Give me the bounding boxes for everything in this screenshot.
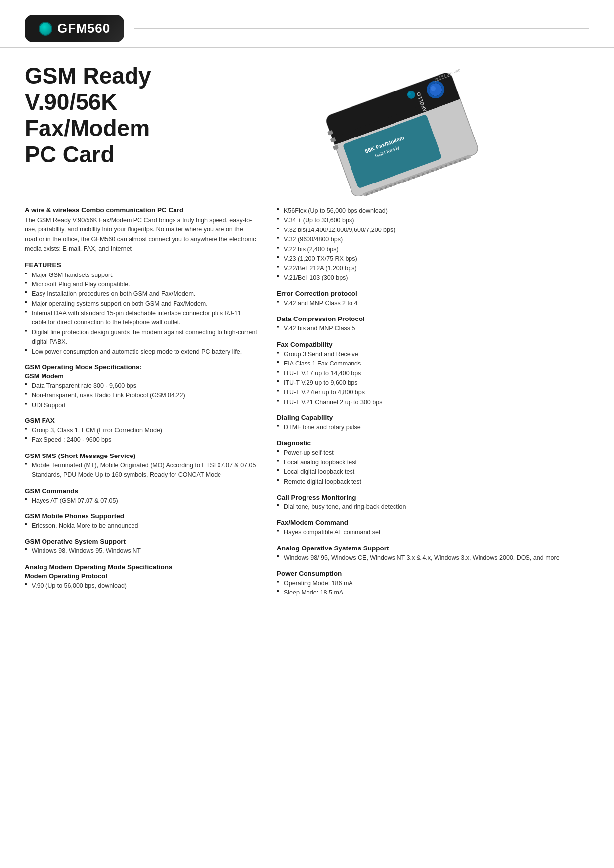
list-item: UDI Support [25, 401, 257, 410]
power-section: Power Consumption Operating Mode: 186 mA… [277, 570, 589, 598]
analog-specs-list: V.90 (Up to 56,000 bps, download) [25, 581, 257, 591]
logo-dot-icon [39, 22, 52, 36]
gsm-commands-title: GSM Commands [25, 487, 257, 495]
list-item: V.90 (Up to 56,000 bps, download) [25, 581, 257, 591]
list-item: Hayes AT (GSM 07.07 & 07.05) [25, 496, 257, 505]
power-title: Power Consumption [277, 570, 589, 577]
gsm-phones-list: Ericsson, Nokia More to be announced [25, 521, 257, 531]
list-item: Microsoft Plug and Play compatible. [25, 280, 257, 289]
gsm-os-section: GSM Operative System Support Windows 98,… [25, 538, 257, 556]
product-image-area: 56K Fax/Modem GSM Ready APOLLO INSERT TH… [208, 63, 589, 196]
list-item: V.42 and MNP Class 2 to 4 [277, 299, 589, 308]
list-item: Sleep Mode: 18.5 mA [277, 588, 589, 597]
list-item: V.32 bis(14,400/12,000/9,600/7,200 bps) [277, 226, 589, 235]
list-item: DTMF tone and rotary pulse [277, 423, 589, 432]
top-section: GSM Ready V.90/56K Fax/Modem PC Card 56K… [0, 48, 614, 196]
list-item: Mobile Terminated (MT), Mobile Originate… [25, 461, 257, 480]
intro-title: A wire & wireless Combo communication PC… [25, 206, 257, 214]
gsm-operating-list: Data Transparent rate 300 - 9,600 bps No… [25, 381, 257, 410]
modem-protocol-list: K56Flex (Up to 56,000 bps download) V.34… [277, 206, 589, 283]
modem-protocol-right-section: K56Flex (Up to 56,000 bps download) V.34… [277, 206, 589, 283]
list-item: Major GSM handsets support. [25, 271, 257, 280]
spec-right-column: K56Flex (Up to 56,000 bps download) V.34… [277, 206, 589, 605]
gsm-modem-subtitle: GSM Modem [25, 372, 257, 380]
list-item: V.23 (1,200 TX/75 RX bps) [277, 254, 589, 264]
list-item: V.34 + (Up to 33,600 bps) [277, 216, 589, 225]
gsm-fax-section: GSM FAX Group 3, Class 1, ECM (Error Cor… [25, 417, 257, 445]
call-progress-section: Call Progress Monitoring Dial tone, busy… [277, 494, 589, 512]
logo-box: GFM560 [25, 15, 124, 42]
dialing-title: Dialing Capability [277, 414, 589, 421]
error-correction-title: Error Correction protocol [277, 290, 589, 297]
diagnostic-list: Power-up self-test Local analog loopback… [277, 448, 589, 487]
list-item: Operating Mode: 186 mA [277, 579, 589, 588]
list-item: V.21/Bell 103 (300 bps) [277, 274, 589, 283]
analog-os-section: Analog Operative Systems Support Windows… [277, 545, 589, 563]
gsm-os-list: Windows 98, Windows 95, Windows NT [25, 547, 257, 556]
product-title: GSM Ready V.90/56K Fax/Modem PC Card [25, 63, 198, 168]
list-item: Group 3 Send and Receive [277, 350, 589, 359]
call-progress-list: Dial tone, busy tone, and ring-back dete… [277, 503, 589, 512]
gsm-os-title: GSM Operative System Support [25, 538, 257, 545]
list-item: Hayes compatible AT command set [277, 528, 589, 537]
gsm-sms-section: GSM SMS (Short Message Service) Mobile T… [25, 452, 257, 480]
analog-os-title: Analog Operative Systems Support [277, 545, 589, 552]
list-item: V.22/Bell 212A (1,200 bps) [277, 264, 589, 273]
dialing-section: Dialing Capability DTMF tone and rotary … [277, 414, 589, 432]
fax-modem-cmd-section: Fax/Modem Command Hayes compatible AT co… [277, 519, 589, 537]
fax-compat-title: Fax Compatibility [277, 341, 589, 348]
gsm-operating-title: GSM Operating Mode Specifications: [25, 364, 257, 371]
list-item: Data Transparent rate 300 - 9,600 bps [25, 381, 257, 391]
power-list: Operating Mode: 186 mA Sleep Mode: 18.5 … [277, 579, 589, 598]
fax-compat-list: Group 3 Send and Receive EIA Class 1 Fax… [277, 350, 589, 407]
fax-modem-cmd-title: Fax/Modem Command [277, 519, 589, 526]
list-item: Group 3, Class 1, ECM (Error Correction … [25, 426, 257, 435]
dialing-list: DTMF tone and rotary pulse [277, 423, 589, 432]
features-list: Major GSM handsets support. Microsoft Pl… [25, 271, 257, 357]
gsm-commands-list: Hayes AT (GSM 07.07 & 07.05) [25, 496, 257, 505]
list-item: Local digital loopback test [277, 467, 589, 477]
list-item: ITU-T V.17 up to 14,400 bps [277, 369, 589, 378]
list-item: K56Flex (Up to 56,000 bps download) [277, 206, 589, 216]
data-compression-section: Data Compression Protocol V.42 bis and M… [277, 315, 589, 333]
gsm-phones-title: GSM Mobile Phones Supported [25, 512, 257, 520]
list-item: Dial tone, busy tone, and ring-back dete… [277, 503, 589, 512]
product-image: 56K Fax/Modem GSM Ready APOLLO INSERT TH… [305, 68, 492, 196]
product-title-block: GSM Ready V.90/56K Fax/Modem PC Card [25, 63, 198, 168]
gsm-phones-section: GSM Mobile Phones Supported Ericsson, No… [25, 512, 257, 531]
analog-specs-title: Analog Modem Operating Mode Specificatio… [25, 563, 257, 571]
analog-os-list: Windows 98/ 95, Windows CE, Windows NT 3… [277, 553, 589, 563]
gsm-sms-list: Mobile Terminated (MT), Mobile Originate… [25, 461, 257, 480]
analog-specs-subtitle: Modem Operating Protocol [25, 572, 257, 580]
error-correction-section: Error Correction protocol V.42 and MNP C… [277, 290, 589, 308]
list-item: Non-transparent, uses Radio Link Protoco… [25, 391, 257, 400]
list-item: Ericsson, Nokia More to be announced [25, 521, 257, 531]
list-item: Local analog loopback test [277, 458, 589, 467]
logo-text: GFM560 [57, 21, 110, 36]
header: GFM560 [0, 0, 614, 48]
list-item: ITU-T V.29 up to 9,600 bps [277, 378, 589, 388]
list-item: Internal DAA with standard 15-pin detach… [25, 309, 257, 328]
intro-text: The GSM Ready V.90/56K Fax/Modem PC Card… [25, 216, 257, 254]
list-item: V.32 (9600/4800 bps) [277, 235, 589, 244]
list-item: Low power consumption and automatic slee… [25, 347, 257, 357]
fax-compat-section: Fax Compatibility Group 3 Send and Recei… [277, 341, 589, 407]
list-item: Easy Installation procedures on both GSM… [25, 289, 257, 299]
list-item: Windows 98/ 95, Windows CE, Windows NT 3… [277, 553, 589, 563]
features-section: FEATURES Major GSM handsets support. Mic… [25, 261, 257, 357]
list-item: ITU-T V.21 Channel 2 up to 300 bps [277, 398, 589, 407]
list-item: Power-up self-test [277, 448, 589, 457]
data-compression-title: Data Compression Protocol [277, 315, 589, 322]
gsm-commands-section: GSM Commands Hayes AT (GSM 07.07 & 07.05… [25, 487, 257, 505]
list-item: Major operating systems support on both … [25, 299, 257, 309]
list-item: Digital line protection design guards th… [25, 328, 257, 347]
diagnostic-title: Diagnostic [277, 439, 589, 447]
list-item: Fax Speed : 2400 - 9600 bps [25, 435, 257, 445]
analog-specs-section: Analog Modem Operating Mode Specificatio… [25, 563, 257, 591]
spec-columns: A wire & wireless Combo communication PC… [0, 196, 614, 620]
data-compression-list: V.42 bis and MNP Class 5 [277, 324, 589, 333]
diagnostic-section: Diagnostic Power-up self-test Local anal… [277, 439, 589, 487]
gsm-fax-list: Group 3, Class 1, ECM (Error Correction … [25, 426, 257, 445]
spec-left-column: A wire & wireless Combo communication PC… [25, 206, 257, 605]
gsm-fax-title: GSM FAX [25, 417, 257, 424]
